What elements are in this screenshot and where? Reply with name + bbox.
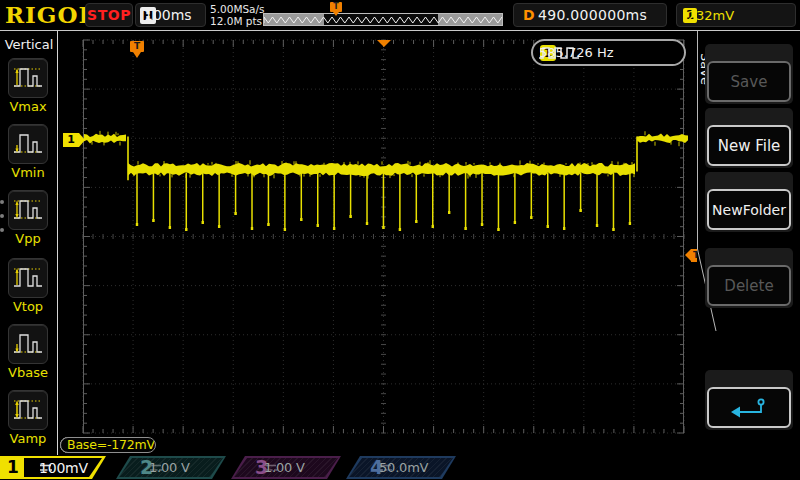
return-arrow-icon [729,396,769,420]
channel3-scale: 1.00 V [264,460,305,475]
screen-center-marker [377,40,391,47]
measurement-base: Base=-172mV [60,437,156,453]
channel-bar: 1 100mV 2 1.00 V 3 [0,455,800,480]
channel1-scale: 100mV [39,460,88,476]
oscilloscope-screen: RIGOL STOP H 100ms 5.00MSa/s 12.0M pts T… [0,0,800,480]
frequency-counter: 1 585.726 Hz [531,39,686,66]
channel3-badge[interactable]: 3 1.00 V [231,456,343,479]
counter-value: 585.726 Hz [539,45,614,60]
new-file-button-label: New File [718,137,781,155]
new-file-button[interactable]: New File [705,108,793,168]
channel4-badge[interactable]: 4 50.0mV [346,456,458,479]
new-folder-button-label: NewFolder [712,202,786,218]
measurement-bar: Avg=-57.4mV Freq=***** Min=-172mV Max=20… [60,437,696,454]
trigger-position-marker[interactable]: T [130,41,144,52]
channel1-badge[interactable]: 1 100mV [0,456,106,479]
right-menu: Save Save New File NewFolder Delete [697,31,800,455]
waveform-display [0,0,800,480]
save-button[interactable]: Save [705,44,793,104]
back-button[interactable] [705,370,793,430]
delete-button-label: Delete [724,277,773,295]
channel2-scale: 1.00 V [149,460,190,475]
channel2-badge[interactable]: 2 1.00 V [116,456,228,479]
channel1-offset-marker[interactable]: 1 [63,133,79,147]
delete-button[interactable]: Delete [705,248,793,308]
new-folder-button[interactable]: NewFolder [705,172,793,232]
channel4-scale: 50.0mV [379,460,428,475]
save-button-label: Save [731,73,768,91]
